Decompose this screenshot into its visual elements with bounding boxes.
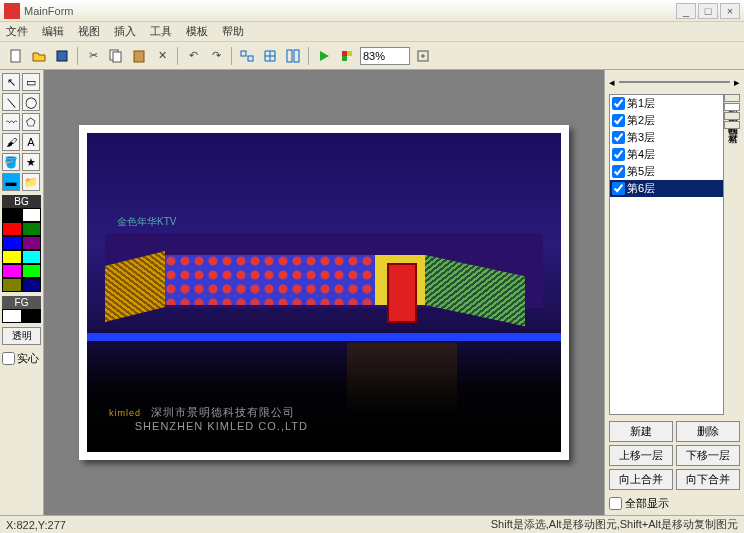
layer-visibility-checkbox[interactable] (612, 97, 625, 110)
show-all-checkbox[interactable]: 全部显示 (609, 496, 740, 511)
color-swatch[interactable] (2, 208, 22, 222)
color-swatch[interactable] (22, 222, 42, 236)
maximize-button[interactable]: □ (698, 3, 718, 19)
layers-list[interactable]: 第1层第2层第3层第4层第5层第6层 (609, 94, 724, 415)
fg-label: FG (2, 296, 41, 309)
merge-up-button[interactable]: 向上合并 (609, 469, 673, 490)
new-file-icon[interactable] (6, 46, 26, 66)
color-swatch[interactable] (22, 236, 42, 250)
zoom-fit-icon[interactable] (413, 46, 433, 66)
facade-door (387, 263, 417, 323)
color-swatch[interactable] (22, 309, 42, 323)
vertical-tab[interactable]: 图层 (724, 103, 740, 111)
close-button[interactable]: × (720, 3, 740, 19)
solid-checkbox[interactable]: 实心 (2, 351, 41, 366)
cut-icon[interactable]: ✂ (83, 46, 103, 66)
color-swatch[interactable] (2, 309, 22, 323)
copy-icon[interactable] (106, 46, 126, 66)
layer-visibility-checkbox[interactable] (612, 148, 625, 161)
svg-rect-10 (347, 51, 352, 56)
text-tool-icon[interactable]: A (22, 133, 40, 151)
menu-tools[interactable]: 工具 (150, 24, 172, 39)
menu-edit[interactable]: 编辑 (42, 24, 64, 39)
new-layer-button[interactable]: 新建 (609, 421, 673, 442)
color-swatch[interactable] (2, 250, 22, 264)
toolbar: ✂ ✕ ↶ ↷ (0, 42, 744, 70)
slider-right-icon[interactable]: ▸ (734, 76, 740, 89)
delete-layer-button[interactable]: 删除 (676, 421, 740, 442)
vertical-tab[interactable]: 帧属性 (724, 112, 740, 120)
vertical-tab[interactable]: 图片 (724, 94, 740, 102)
folder-tool-icon[interactable]: 📁 (22, 173, 40, 191)
delete-icon[interactable]: ✕ (152, 46, 172, 66)
layer-item[interactable]: 第6层 (610, 180, 723, 197)
curve-tool-icon[interactable]: 〰 (2, 113, 20, 131)
undo-icon[interactable]: ↶ (183, 46, 203, 66)
layer-visibility-checkbox[interactable] (612, 114, 625, 127)
main-area: ↖▭ ＼◯ 〰⬠ 🖌A 🪣★ ▬📁 BG FG 透明 实心 金色年华KTV (0, 70, 744, 515)
layer-item[interactable]: 第3层 (610, 129, 723, 146)
menu-template[interactable]: 模板 (186, 24, 208, 39)
brush-tool-icon[interactable]: 🖌 (2, 133, 20, 151)
star-tool-icon[interactable]: ★ (22, 153, 40, 171)
color-swatch[interactable] (22, 278, 42, 292)
show-all-input[interactable] (609, 497, 622, 510)
layer-item[interactable]: 第2层 (610, 112, 723, 129)
flag-icon[interactable] (337, 46, 357, 66)
color-swatch[interactable] (2, 264, 22, 278)
vertical-tab[interactable]: 素材 (724, 121, 740, 129)
open-file-icon[interactable] (29, 46, 49, 66)
transparent-button[interactable]: 透明 (2, 327, 41, 345)
canvas-area[interactable]: 金色年华KTV kimled 深圳市景明德科技有限公司 SHENZHEN KIM… (44, 70, 604, 515)
layer-visibility-checkbox[interactable] (612, 182, 625, 195)
line-tool-icon[interactable]: ＼ (2, 93, 20, 111)
redo-icon[interactable]: ↷ (206, 46, 226, 66)
solid-label: 实心 (17, 351, 39, 366)
minimize-button[interactable]: _ (676, 3, 696, 19)
color-swatch[interactable] (22, 208, 42, 222)
rect-tool-icon[interactable]: ▭ (22, 73, 40, 91)
layer-label: 第5层 (627, 164, 655, 179)
layer-label: 第1层 (627, 96, 655, 111)
svg-rect-5 (241, 51, 246, 56)
layer-item[interactable]: 第4层 (610, 146, 723, 163)
layer-item[interactable]: 第5层 (610, 163, 723, 180)
slider-left-icon[interactable]: ◂ (609, 76, 615, 89)
paste-icon[interactable] (129, 46, 149, 66)
play-icon[interactable] (314, 46, 334, 66)
color-swatch[interactable] (22, 250, 42, 264)
color-swatch[interactable] (2, 236, 22, 250)
menu-insert[interactable]: 插入 (114, 24, 136, 39)
menu-view[interactable]: 视图 (78, 24, 100, 39)
status-hint: Shift是添选,Alt是移动图元,Shift+Alt是移动复制图元 (491, 517, 738, 532)
layer-visibility-checkbox[interactable] (612, 131, 625, 144)
svg-rect-8 (294, 50, 299, 62)
polygon-tool-icon[interactable]: ⬠ (22, 113, 40, 131)
layer-item[interactable]: 第1层 (610, 95, 723, 112)
panel-slider[interactable]: ◂ ▸ (609, 74, 740, 90)
grid-icon[interactable] (260, 46, 280, 66)
zoom-input[interactable] (360, 47, 410, 65)
rect-fill-tool-icon[interactable]: ▬ (2, 173, 20, 191)
fill-tool-icon[interactable]: 🪣 (2, 153, 20, 171)
color-swatch[interactable] (2, 222, 22, 236)
align-icon[interactable] (237, 46, 257, 66)
save-icon[interactable] (52, 46, 72, 66)
layout-icon[interactable] (283, 46, 303, 66)
merge-down-button[interactable]: 向下合并 (676, 469, 740, 490)
layer-visibility-checkbox[interactable] (612, 165, 625, 178)
canvas-image[interactable]: 金色年华KTV kimled 深圳市景明德科技有限公司 SHENZHEN KIM… (87, 133, 561, 452)
move-down-button[interactable]: 下移一层 (676, 445, 740, 466)
title-bar: MainForm _ □ × (0, 0, 744, 22)
solid-checkbox-input[interactable] (2, 352, 15, 365)
menu-help[interactable]: 帮助 (222, 24, 244, 39)
move-up-button[interactable]: 上移一层 (609, 445, 673, 466)
ellipse-tool-icon[interactable]: ◯ (22, 93, 40, 111)
color-swatch[interactable] (22, 264, 42, 278)
color-swatch[interactable] (2, 278, 22, 292)
reflection (347, 343, 457, 413)
svg-rect-11 (342, 56, 347, 61)
status-coords: X:822,Y:277 (6, 519, 66, 531)
pointer-tool-icon[interactable]: ↖ (2, 73, 20, 91)
menu-file[interactable]: 文件 (6, 24, 28, 39)
